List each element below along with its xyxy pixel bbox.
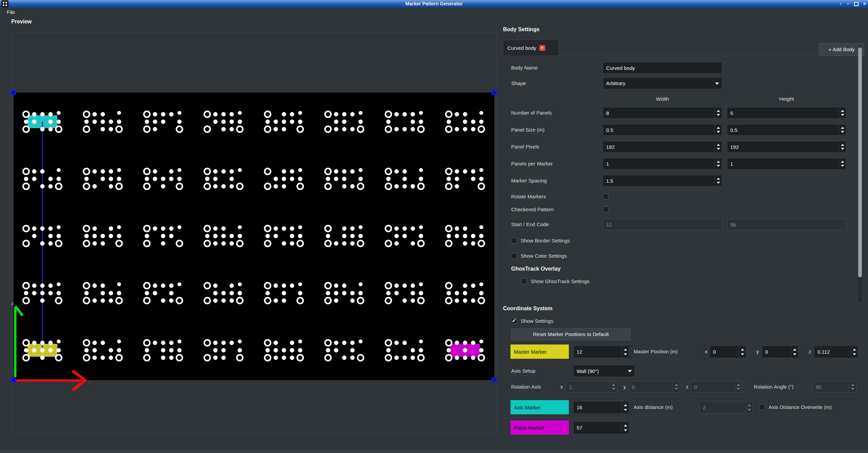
axis-setup-select[interactable]: Wall (90°) [573, 365, 635, 377]
chevron-down-icon [625, 365, 635, 377]
body-name-input[interactable]: Curved body [603, 62, 722, 74]
title-bar: Marker Pattern Generator ↑ − × [0, 0, 868, 8]
tab-label: Curved body [507, 45, 536, 51]
end-code-input[interactable]: 5b [727, 219, 846, 230]
spin-arrows-icon[interactable] [621, 346, 629, 358]
marker-spacing-label: Marker Spacing [511, 175, 547, 186]
marker-spacing-spinbox[interactable]: 1.5 [603, 175, 722, 186]
preview-title: Preview [11, 19, 32, 25]
spin-arrows-icon[interactable] [621, 401, 629, 413]
column-header-height: Height [727, 96, 846, 102]
show-border-settings-checkbox[interactable] [511, 238, 517, 243]
panel-pixels-height-spinbox[interactable]: 192 [727, 141, 846, 153]
rotation-axis-y-label: y [623, 381, 626, 393]
spin-arrows-icon[interactable] [838, 124, 846, 135]
number-of-panels-height-spinbox[interactable]: 5 [727, 107, 846, 119]
panel-size-label: Panel Size (m) [511, 124, 544, 136]
minimize-window-icon[interactable]: − [847, 0, 849, 8]
show-settings-checkbox[interactable] [511, 318, 517, 324]
coordinate-system-title: Coordinate System [503, 306, 553, 312]
spin-arrows-icon[interactable] [714, 107, 722, 118]
spin-arrows-icon[interactable] [838, 158, 846, 169]
tab-close-icon[interactable]: × [539, 45, 545, 51]
master-marker-chip: Master Marker [510, 344, 569, 359]
panel-size-width-spinbox[interactable]: 0.5 [603, 124, 722, 136]
master-marker-id-spinbox[interactable]: 12 [573, 346, 629, 358]
master-position-y-spinbox[interactable]: 0 [762, 346, 798, 358]
menu-file[interactable]: File [3, 8, 18, 17]
panel-pixels-label: Panel Pixels [511, 141, 539, 153]
close-window-icon[interactable]: × [863, 0, 866, 8]
show-color-settings-label: Show Color Settings [521, 253, 567, 259]
rotation-axis-z-spinbox[interactable]: 0 [691, 381, 742, 393]
spin-arrows-icon[interactable] [621, 422, 629, 434]
spin-arrows-icon[interactable] [734, 381, 742, 392]
spin-arrows-icon[interactable] [714, 158, 722, 169]
rotate-markers-checkbox[interactable] [603, 194, 609, 199]
spin-arrows-icon[interactable] [849, 381, 856, 392]
tab-curved-body[interactable]: Curved body × [503, 40, 559, 56]
ghostrack-overlay-title: GhosTrack Overlay [511, 266, 561, 272]
show-color-settings-checkbox[interactable] [511, 253, 517, 259]
panel-pixels-width-spinbox[interactable]: 192 [603, 141, 722, 153]
axis-setup-label: Axis Setup [511, 365, 536, 377]
rotation-axis-label: Rotation Axis [511, 381, 541, 393]
scrollbar-thumb[interactable] [858, 47, 862, 277]
plane-marker-chip: Plane Marker [510, 420, 569, 435]
shape-select[interactable]: Arbitrary [603, 77, 722, 89]
menu-bar: File [0, 8, 868, 17]
checkered-pattern-checkbox[interactable] [603, 206, 609, 212]
start-code-input[interactable]: 12 [603, 219, 722, 230]
body-name-label: Body Name [511, 62, 538, 74]
spin-arrows-icon[interactable] [714, 175, 722, 186]
divider [503, 396, 865, 396]
spin-arrows-icon[interactable] [738, 346, 746, 358]
spin-arrows-icon[interactable] [714, 141, 722, 152]
rotation-axis-y-spinbox[interactable]: 0 [629, 381, 680, 393]
master-position-x-label: x [705, 344, 708, 359]
panels-per-marker-width-spinbox[interactable]: 1 [603, 158, 722, 170]
number-of-panels-label: Number of Panels [511, 107, 552, 119]
axis-marker-chip: Axis Marker [510, 400, 569, 414]
axis-distance-overwrite-checkbox[interactable] [759, 404, 765, 410]
show-ghostrack-settings-label: Show GhosTrack Settings [531, 278, 590, 285]
rotation-axis-x-spinbox[interactable]: 1 [566, 381, 617, 393]
panels-per-marker-label: Panels per Marker [511, 158, 553, 170]
master-position-z-label: z [809, 344, 811, 359]
rotation-angle-label: Rotation Angle (°) [754, 381, 794, 393]
spin-arrows-icon[interactable] [838, 107, 846, 118]
maximize-window-icon[interactable] [854, 2, 859, 6]
master-position-y-label: y [756, 344, 759, 359]
panels-per-marker-height-spinbox[interactable]: 1 [727, 158, 846, 170]
window-title: Marker Pattern Generator [0, 0, 868, 8]
master-position-label: Master Position (m) [634, 344, 678, 359]
axis-distance-spinbox[interactable]: 2 [699, 401, 753, 414]
body-settings-title: Body Settings [503, 26, 540, 33]
axis-distance-label: Axis distance (m) [634, 400, 673, 414]
add-body-button[interactable]: + Add Body [819, 43, 864, 56]
panel-size-height-spinbox[interactable]: 0.5 [727, 124, 846, 136]
rotate-markers-label: Rotate Markers [511, 193, 546, 200]
spin-arrows-icon[interactable] [610, 381, 617, 392]
start-end-code-label: Start / End Code [511, 219, 549, 230]
shade-window-icon[interactable]: ↑ [840, 0, 842, 8]
chevron-down-icon [712, 78, 722, 89]
column-header-width: Width [603, 96, 722, 102]
application-window: Marker Pattern Generator ↑ − × File Prev… [0, 0, 868, 453]
spin-arrows-icon[interactable] [714, 124, 722, 135]
master-position-z-spinbox[interactable]: 0.112 [814, 346, 858, 358]
axis-marker-id-spinbox[interactable]: 16 [573, 401, 629, 414]
reset-marker-positions-button[interactable]: Reset Marker Positions to Default [511, 328, 631, 340]
rotation-angle-spinbox[interactable]: 90 [812, 381, 856, 393]
show-border-settings-label: Show Border Settings [521, 237, 570, 244]
tab-bar-line [503, 56, 865, 56]
spin-arrows-icon[interactable] [672, 381, 680, 392]
master-position-x-spinbox[interactable]: 0 [710, 346, 746, 358]
spin-arrows-icon[interactable] [745, 401, 753, 413]
spin-arrows-icon[interactable] [850, 346, 858, 358]
number-of-panels-width-spinbox[interactable]: 8 [603, 107, 722, 119]
plane-marker-id-spinbox[interactable]: 57 [573, 421, 629, 434]
spin-arrows-icon[interactable] [791, 346, 798, 358]
show-ghostrack-settings-checkbox[interactable] [521, 278, 527, 284]
spin-arrows-icon[interactable] [838, 141, 846, 152]
